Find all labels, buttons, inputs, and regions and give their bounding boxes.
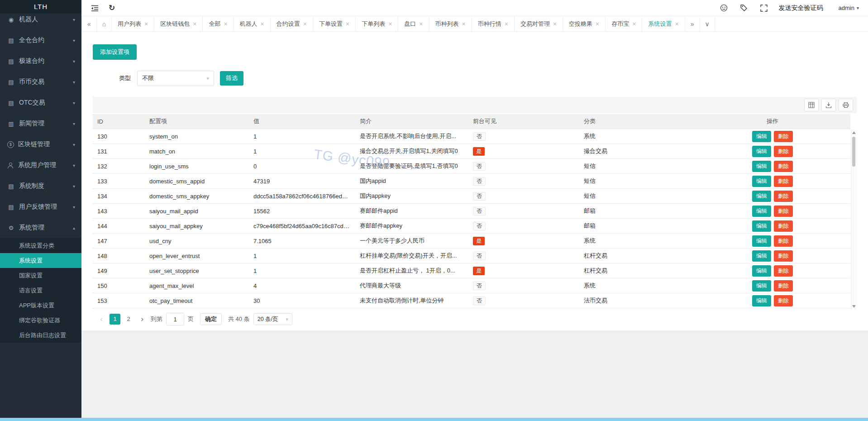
edit-button[interactable]: 编辑: [752, 131, 771, 142]
edit-button[interactable]: 编辑: [752, 191, 771, 202]
tab-all[interactable]: 全部×: [203, 16, 234, 31]
tab-user-list[interactable]: 用户列表×: [112, 16, 154, 31]
edit-button[interactable]: 编辑: [752, 295, 771, 306]
tab-airdrop[interactable]: 空投糖果×: [563, 16, 606, 31]
close-icon[interactable]: ×: [193, 21, 196, 27]
edit-button[interactable]: 编辑: [752, 161, 771, 172]
close-icon[interactable]: ×: [144, 21, 148, 27]
visible-badge: 否: [473, 132, 486, 141]
sidebar-item-blockchain-manage[interactable]: $区块链管理▾: [0, 134, 81, 155]
page-size-select[interactable]: 20 条/页 ▾: [253, 313, 292, 325]
tab-deposit[interactable]: 存币宝×: [606, 16, 642, 31]
edit-button[interactable]: 编辑: [752, 206, 771, 217]
tab-order-list[interactable]: 下单列表×: [356, 16, 398, 31]
sidebar-item-coin-trade[interactable]: ▤币币交易▾: [0, 72, 81, 92]
sidebar-subitem-country-setting[interactable]: 国家设置: [0, 268, 81, 283]
tag-icon[interactable]: [739, 3, 749, 13]
delete-button[interactable]: 删除: [774, 280, 793, 292]
sidebar-item-otc-trade[interactable]: ▤OTC交易▾: [0, 92, 81, 113]
sidebar-subitem-setting-category[interactable]: 系统设置分类: [0, 238, 81, 253]
sidebar-subitem-google-auth[interactable]: 绑定谷歌验证器: [0, 313, 81, 328]
tab-contract-setting[interactable]: 合约设置×: [271, 16, 313, 31]
delete-button[interactable]: 删除: [774, 250, 793, 262]
next-page-button[interactable]: ›: [137, 315, 147, 324]
export-icon[interactable]: [821, 99, 836, 111]
sidebar-item-user-feedback[interactable]: ▤用户反馈管理▾: [0, 196, 81, 217]
sidebar-subitem-app-version[interactable]: APP版本设置: [0, 298, 81, 313]
type-select[interactable]: 不限 ▾: [137, 71, 214, 86]
horizontal-scrollbar[interactable]: [0, 418, 868, 421]
edit-button[interactable]: 编辑: [752, 265, 771, 277]
delete-button[interactable]: 删除: [774, 220, 793, 232]
add-setting-button[interactable]: 添加设置项: [93, 44, 137, 60]
delete-button[interactable]: 删除: [774, 161, 793, 172]
sidebar-subitem-language-setting[interactable]: 语言设置: [0, 283, 81, 298]
edit-button[interactable]: 编辑: [752, 176, 771, 187]
page-button-2[interactable]: 2: [123, 314, 134, 325]
close-icon[interactable]: ×: [261, 21, 264, 27]
admin-menu[interactable]: admin ▾: [839, 5, 859, 11]
tabs-scroll-left-button[interactable]: «: [81, 16, 97, 31]
sidebar-subitem-route-log[interactable]: 后台路由日志设置: [0, 328, 81, 343]
close-icon[interactable]: ×: [303, 21, 307, 27]
tab-robot[interactable]: 机器人×: [234, 16, 271, 31]
close-icon[interactable]: ×: [553, 21, 557, 27]
sidebar-item-fast-contract[interactable]: ▤极速合约▾: [0, 51, 81, 72]
tab-depth[interactable]: 盘口×: [398, 16, 429, 31]
fullscreen-icon[interactable]: [759, 3, 769, 13]
columns-icon[interactable]: [804, 99, 819, 111]
sidebar-item-system-users[interactable]: 系统用户管理▾: [0, 155, 81, 176]
delete-button[interactable]: 删除: [774, 176, 793, 187]
delete-button[interactable]: 删除: [774, 146, 793, 157]
scroll-up-icon[interactable]: [852, 131, 856, 134]
tab-pair-manage[interactable]: 交易对管理×: [515, 16, 563, 31]
print-icon[interactable]: [839, 99, 853, 111]
close-icon[interactable]: ×: [388, 21, 392, 27]
delete-button[interactable]: 删除: [774, 206, 793, 217]
edit-button[interactable]: 编辑: [752, 235, 771, 247]
close-icon[interactable]: ×: [462, 21, 466, 27]
sidebar-subitem-system-setting[interactable]: 系统设置: [0, 253, 81, 268]
edit-button[interactable]: 编辑: [752, 220, 771, 232]
tabs-dropdown-button[interactable]: ∨: [700, 16, 715, 31]
close-icon[interactable]: ×: [632, 21, 636, 27]
delete-button[interactable]: 删除: [774, 191, 793, 202]
refresh-icon[interactable]: ↻: [107, 3, 117, 13]
collapse-sidebar-icon[interactable]: [90, 3, 100, 13]
page-button-1[interactable]: 1: [110, 314, 120, 325]
sidebar-item-system-manage[interactable]: ⚙系统管理▴: [0, 217, 81, 238]
edit-button[interactable]: 编辑: [752, 250, 771, 262]
delete-button[interactable]: 删除: [774, 265, 793, 277]
close-icon[interactable]: ×: [346, 21, 349, 27]
sidebar-item-full-contract[interactable]: ▤全仓合约▾: [0, 30, 81, 51]
confirm-page-button[interactable]: 确定: [200, 313, 222, 325]
scroll-down-icon[interactable]: [852, 305, 856, 308]
edit-button[interactable]: 编辑: [752, 280, 771, 292]
tab-coin-list[interactable]: 币种列表×: [429, 16, 472, 31]
sidebar-item-news-manage[interactable]: ▥新闻管理▾: [0, 113, 81, 134]
tab-blockchain-wallet[interactable]: 区块链钱包×: [154, 16, 203, 31]
home-tab[interactable]: ⌂: [97, 16, 112, 31]
delete-button[interactable]: 删除: [774, 235, 793, 247]
tabs-scroll-right-button[interactable]: »: [685, 16, 700, 31]
close-icon[interactable]: ×: [596, 21, 599, 27]
close-icon[interactable]: ×: [505, 21, 508, 27]
table-scrollbar[interactable]: [851, 129, 857, 310]
tab-order-setting[interactable]: 下单设置×: [313, 16, 356, 31]
scrollbar-thumb[interactable]: [852, 137, 855, 167]
close-icon[interactable]: ×: [419, 21, 423, 27]
send-security-code-button[interactable]: 发送安全验证码: [779, 4, 823, 12]
delete-button[interactable]: 删除: [774, 295, 793, 306]
goto-page-input[interactable]: [166, 313, 184, 325]
tab-system-setting[interactable]: 系统设置×: [642, 16, 685, 31]
sidebar-item-system-policy[interactable]: ▤系统制度▾: [0, 176, 81, 196]
theme-icon[interactable]: [719, 3, 729, 13]
filter-button[interactable]: 筛选: [220, 71, 243, 86]
prev-page-button[interactable]: ‹: [96, 315, 106, 324]
tab-coin-market[interactable]: 币种行情×: [472, 16, 515, 31]
close-icon[interactable]: ×: [675, 21, 678, 27]
delete-button[interactable]: 删除: [774, 131, 793, 142]
close-icon[interactable]: ×: [224, 21, 227, 27]
total-count-label: 共 40 条: [228, 315, 250, 323]
edit-button[interactable]: 编辑: [752, 146, 771, 157]
